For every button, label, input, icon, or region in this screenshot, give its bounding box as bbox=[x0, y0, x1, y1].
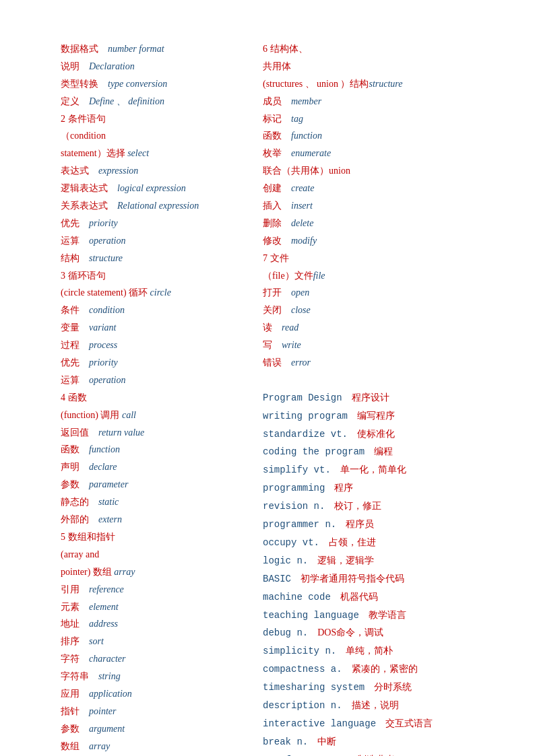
list-item: 4 函数 bbox=[61, 389, 243, 407]
list-item: programming 程序 bbox=[263, 479, 481, 497]
list-item: 地址 address bbox=[61, 615, 243, 633]
list-item: teaching language 教学语言 bbox=[263, 607, 481, 625]
list-item: 声明 declare bbox=[61, 458, 243, 476]
list-item: 共用体 bbox=[263, 58, 481, 75]
list-item: standardize vt. 使标准化 bbox=[263, 425, 481, 444]
list-item: 删除 delete bbox=[263, 215, 481, 232]
list-item: 引用 reference bbox=[61, 581, 243, 598]
list-item: 字符 character bbox=[61, 650, 243, 668]
list-item: 函数 function bbox=[61, 441, 243, 458]
list-item: （condition bbox=[61, 127, 243, 145]
list-item bbox=[263, 372, 481, 389]
list-item: 2 条件语句 bbox=[61, 110, 243, 128]
list-item: 打开 open bbox=[263, 284, 481, 302]
list-item: 应用 application bbox=[61, 685, 243, 703]
list-item: 数组 array bbox=[61, 738, 243, 755]
list-item: 标记 tag bbox=[263, 110, 481, 128]
list-item: 7 文件 bbox=[263, 250, 481, 267]
list-item: 创建 create bbox=[263, 180, 481, 197]
list-item: description n. 描述，说明 bbox=[263, 697, 481, 715]
list-item: break n. 中断 bbox=[263, 733, 481, 751]
list-item: (function) 调用 call bbox=[61, 407, 243, 424]
list-item: 运算 operation bbox=[61, 372, 243, 389]
list-item: 静态的 static bbox=[61, 493, 243, 511]
list-item: 表达式 expression bbox=[61, 162, 243, 180]
list-item: 定义 Define 、 definition bbox=[61, 93, 243, 110]
list-item: simplicity n. 单纯，简朴 bbox=[263, 642, 481, 660]
list-item: 变量 variant bbox=[61, 319, 243, 337]
list-item: manufacturer n. 制造业者 bbox=[263, 751, 481, 756]
list-item: 字符串 string bbox=[61, 668, 243, 685]
list-item: compactness a. 紧凑的，紧密的 bbox=[263, 660, 481, 679]
list-item: 条件 condition bbox=[61, 302, 243, 319]
list-item: 参数 parameter bbox=[61, 476, 243, 493]
list-item: BASIC 初学者通用符号指令代码 bbox=[263, 570, 481, 588]
list-item: machine code 机器代码 bbox=[263, 588, 481, 607]
list-item: programmer n. 程序员 bbox=[263, 516, 481, 534]
list-item: 运算 operation bbox=[61, 232, 243, 250]
list-item: 数据格式 number format bbox=[61, 40, 243, 58]
list-item: 逻辑表达式 logical expression bbox=[61, 180, 243, 197]
list-item: 过程 process bbox=[61, 337, 243, 354]
list-item: 返回值 return value bbox=[61, 424, 243, 442]
list-item: (circle statement) 循环 circle bbox=[61, 284, 243, 302]
list-item: statement）选择 select bbox=[61, 145, 243, 162]
list-item: 写 write bbox=[263, 337, 481, 354]
list-item: 6 结构体、 bbox=[263, 40, 481, 58]
list-item: （file）文件file bbox=[263, 267, 481, 285]
list-item: 5 数组和指针 bbox=[61, 528, 243, 546]
list-item: 优先 priority bbox=[61, 215, 243, 232]
list-item: 枚举 enumerate bbox=[263, 145, 481, 162]
list-item: 说明 Declaration bbox=[61, 58, 243, 75]
list-item: interactive language 交互式语言 bbox=[263, 715, 481, 733]
right-column: 6 结构体、共用体(structures 、 union ）结构structur… bbox=[263, 40, 481, 756]
list-item: occupy vt. 占领，住进 bbox=[263, 534, 481, 552]
list-item: 类型转换 type conversion bbox=[61, 75, 243, 93]
list-item: revision n. 校订，修正 bbox=[263, 497, 481, 516]
list-item: 关闭 close bbox=[263, 302, 481, 319]
list-item: 修改 modify bbox=[263, 232, 481, 250]
list-item: 关系表达式 Relational expression bbox=[61, 197, 243, 215]
list-item: logic n. 逻辑，逻辑学 bbox=[263, 552, 481, 570]
list-item: 联合（共用体）union bbox=[263, 162, 481, 180]
list-item: 外部的 extern bbox=[61, 511, 243, 528]
list-item: 错误 error bbox=[263, 354, 481, 372]
list-item: 3 循环语句 bbox=[61, 267, 243, 285]
list-item: 优先 priority bbox=[61, 354, 243, 372]
list-item: 结构 structure bbox=[61, 250, 243, 267]
left-column: 数据格式 number format说明 Declaration类型转换 typ… bbox=[61, 40, 243, 756]
list-item: 排序 sort bbox=[61, 633, 243, 650]
list-item: debug n. DOS命令，调试 bbox=[263, 624, 481, 642]
list-item: 插入 insert bbox=[263, 197, 481, 215]
list-item: 成员 member bbox=[263, 93, 481, 110]
list-item: 元素 element bbox=[61, 598, 243, 616]
list-item: timesharing system 分时系统 bbox=[263, 679, 481, 697]
list-item: coding the program 编程 bbox=[263, 443, 481, 461]
list-item: (array and bbox=[61, 546, 243, 563]
list-item: simplify vt. 单一化，简单化 bbox=[263, 461, 481, 479]
list-item: (structures 、 union ）结构structure bbox=[263, 75, 481, 93]
list-item: 读 read bbox=[263, 319, 481, 337]
list-item: writing program 编写程序 bbox=[263, 407, 481, 425]
list-item: 指针 pointer bbox=[61, 703, 243, 720]
list-item: 函数 function bbox=[263, 127, 481, 145]
list-item: 参数 argument bbox=[61, 720, 243, 738]
list-item: Program Design 程序设计 bbox=[263, 389, 481, 407]
list-item: pointer) 数组 array bbox=[61, 563, 243, 581]
main-content: 数据格式 number format说明 Declaration类型转换 typ… bbox=[61, 40, 481, 756]
